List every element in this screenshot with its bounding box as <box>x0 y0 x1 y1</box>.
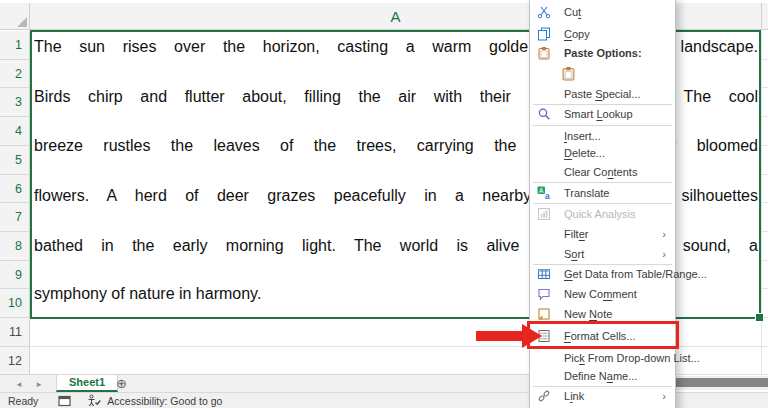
menu-separator <box>533 203 672 204</box>
menu-item-pick-from-dropdown-list[interactable]: Pick From Drop-down List... <box>531 349 674 367</box>
link-icon <box>537 389 551 403</box>
svg-text:a: a <box>545 191 551 200</box>
menu-item-delete[interactable]: Delete... <box>531 144 674 162</box>
red-arrow-head-icon <box>522 324 542 348</box>
submenu-arrow-icon: › <box>662 245 666 263</box>
accessibility-icon[interactable] <box>87 394 101 407</box>
menu-item-paste-special[interactable]: Paste Special... <box>531 85 674 103</box>
prev-sheet-button[interactable]: ◂ <box>12 377 26 391</box>
scrollbar-thumb[interactable] <box>676 378 768 387</box>
menu-item-quick-analysis: Quick Analysis <box>531 205 674 223</box>
format-cells-highlight-box <box>527 321 679 349</box>
menu-item-define-name[interactable]: Define Name... <box>531 367 674 385</box>
menu-item-paste-keep-source[interactable] <box>531 64 674 86</box>
status-accessibility: Accessibility: Good to go <box>107 395 222 407</box>
select-all-triangle-icon <box>17 17 27 27</box>
comment-icon <box>537 287 551 301</box>
menu-separator <box>533 125 672 126</box>
macro-record-icon[interactable] <box>58 395 71 407</box>
red-arrow <box>476 331 523 341</box>
menu-item-smart-lookup[interactable]: Smart Lookup <box>531 105 674 123</box>
horizontal-scrollbar[interactable] <box>676 376 768 390</box>
column-gridline <box>761 30 762 375</box>
menu-item-new-comment[interactable]: New Comment <box>531 285 674 303</box>
menu-separator <box>533 182 672 183</box>
row-header-11[interactable]: 11 <box>0 318 30 347</box>
clipboard-icon <box>537 46 551 60</box>
row-header-4[interactable]: 4 <box>0 117 30 146</box>
menu-item-translate[interactable]: Aa Translate <box>531 184 674 202</box>
select-all-corner[interactable] <box>0 3 30 30</box>
row-header-2[interactable]: 2 <box>0 60 30 88</box>
note-icon <box>537 307 551 321</box>
menu-item-insert[interactable]: Insert... <box>531 127 674 145</box>
menu-item-link[interactable]: Link › <box>531 387 674 405</box>
menu-item-get-data-from-table[interactable]: Get Data from Table/Range... <box>531 265 674 283</box>
row-header-8[interactable]: 8 <box>0 232 30 261</box>
menu-item-paste-options: Paste Options: <box>531 44 674 62</box>
menu-item-filter[interactable]: Filter › <box>531 225 674 243</box>
next-sheet-button[interactable]: ▸ <box>32 377 46 391</box>
sheet-tab-sheet1[interactable]: Sheet1 <box>56 375 118 392</box>
row-header-6[interactable]: 6 <box>0 175 30 203</box>
fill-handle[interactable] <box>755 313 764 322</box>
row-header-12[interactable]: 12 <box>0 347 30 375</box>
table-icon <box>537 267 551 281</box>
row-header-5[interactable]: 5 <box>0 146 30 175</box>
row-header-10[interactable]: 10 <box>0 289 30 318</box>
clipboard-icon <box>561 66 575 80</box>
row-header-3[interactable]: 3 <box>0 88 30 117</box>
svg-text:A: A <box>539 187 544 194</box>
menu-item-sort[interactable]: Sort › <box>531 245 674 263</box>
menu-item-cut[interactable]: Cut <box>531 3 674 21</box>
copy-icon <box>537 27 551 41</box>
status-mode: Ready <box>8 395 38 407</box>
menu-item-clear-contents[interactable]: Clear Contents <box>531 163 674 181</box>
add-sheet-button[interactable]: ⊕ <box>116 375 127 392</box>
row-header-1[interactable]: 1 <box>0 31 30 60</box>
quick-analysis-icon <box>537 207 551 221</box>
submenu-arrow-icon: › <box>662 387 666 405</box>
scissors-icon <box>537 5 551 19</box>
submenu-arrow-icon: › <box>662 225 666 243</box>
row-header-9[interactable]: 9 <box>0 261 30 289</box>
menu-item-copy[interactable]: Copy <box>531 25 674 43</box>
translate-icon: Aa <box>537 186 551 200</box>
column-header-b[interactable] <box>761 3 768 30</box>
row-header-7[interactable]: 7 <box>0 203 30 232</box>
magnifier-icon <box>537 107 551 121</box>
